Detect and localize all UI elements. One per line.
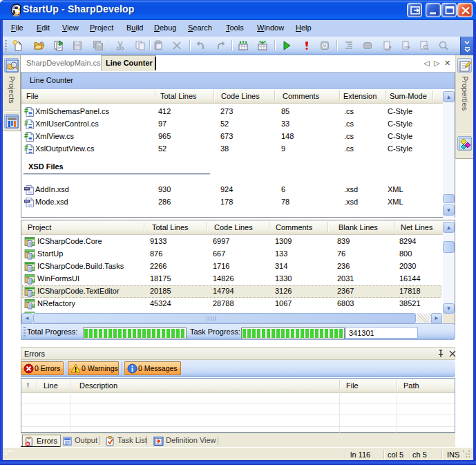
svg-text:#: # <box>24 131 28 140</box>
svg-text:#: # <box>24 119 28 127</box>
svg-text:#: # <box>32 277 36 285</box>
svg-text:#: # <box>32 302 36 310</box>
svg-text:#: # <box>24 106 28 115</box>
svg-text:#: # <box>32 265 36 272</box>
svg-text:#: # <box>32 290 36 297</box>
svg-text:#: # <box>32 240 36 247</box>
svg-text:#: # <box>24 144 28 152</box>
svg-text:#: # <box>32 252 36 260</box>
